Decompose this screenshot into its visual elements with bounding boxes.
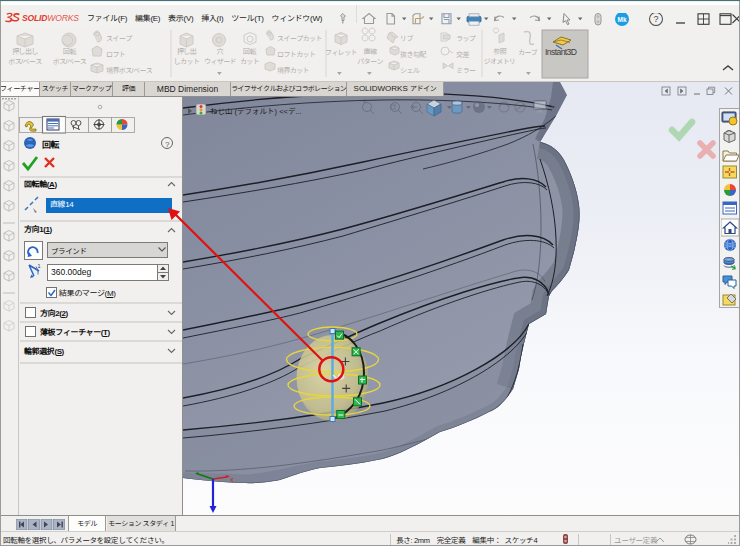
svg-text:1: 1 (38, 263, 41, 269)
svg-text:Mk: Mk (617, 16, 626, 23)
svg-text:?: ? (165, 140, 170, 149)
svg-text:ねじ山 (デフォルト) <<デ...: ねじ山 (デフォルト) <<デ... (210, 107, 302, 116)
svg-text:SOLIDWORKS: SOLIDWORKS (22, 13, 79, 23)
svg-text:?: ? (653, 14, 658, 24)
